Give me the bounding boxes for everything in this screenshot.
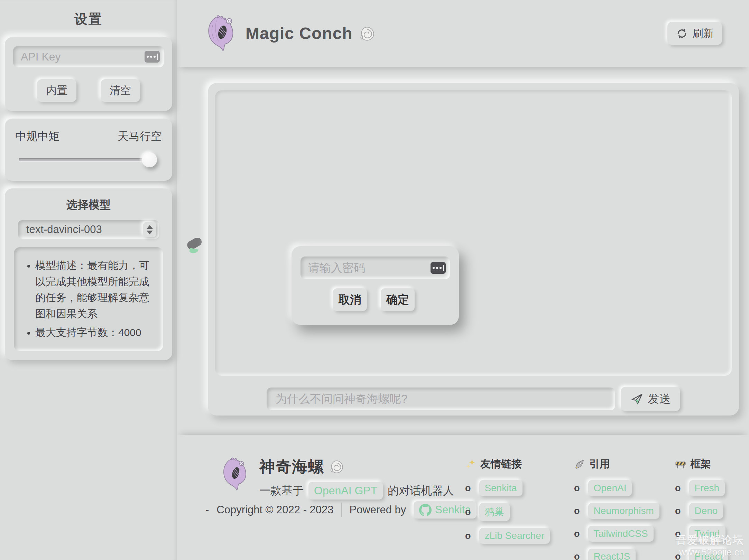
model-description-item: 最大支持字节数：4000 <box>35 325 157 341</box>
drawer-toggle-icon[interactable] <box>183 238 205 258</box>
api-key-buttons: 内置 清空 <box>13 79 164 102</box>
sidebar-title: 设置 <box>0 10 177 28</box>
footer: 神奇海螺 一款基于 OpenAI GPT 的对话机器人 <box>177 435 749 560</box>
footer-link[interactable]: Neumorphism <box>588 503 659 519</box>
bullet-marker: o <box>465 483 471 494</box>
slider-track[interactable] <box>19 158 156 161</box>
dash-marker: - <box>205 504 209 516</box>
password-modal: 取消 确定 <box>292 246 459 325</box>
footer-column-friend-links: 友情链接 o Senkita o 鸦巢 <box>465 457 550 551</box>
modal-buttons: 取消 确定 <box>300 288 450 311</box>
password-field-wrap <box>300 256 450 279</box>
construction-icon <box>675 459 686 470</box>
watermark-line2: www.52pojie.cn <box>676 547 744 558</box>
footer-link[interactable]: ReactJS <box>588 549 636 560</box>
settings-sidebar: 设置 内置 清空 中规中矩 天马行空 选择模 <box>0 0 177 560</box>
footer-link[interactable]: Senkita <box>479 480 523 496</box>
watermark: 吾爱破解论坛 www.52pojie.cn <box>676 533 744 558</box>
footer-link[interactable]: Deno <box>689 503 723 519</box>
model-description-item: 模型描述：最有能力，可以完成其他模型所能完成的任务，能够理解复杂意图和因果关系 <box>35 258 157 322</box>
footer-link[interactable]: OpenAI <box>588 480 632 496</box>
chat-input-wrap <box>267 388 615 410</box>
api-key-card: 内置 清空 <box>5 37 172 111</box>
clear-button[interactable]: 清空 <box>101 79 140 102</box>
chat-input-row: 发送 <box>215 387 732 411</box>
slider-handle[interactable] <box>142 152 157 167</box>
footer-column-references: 引用 o OpenAI o Neumorphism <box>574 457 659 560</box>
footer-subtitle-suffix: 的对话机器人 <box>388 483 454 498</box>
send-label: 发送 <box>648 391 671 407</box>
watermark-line1: 吾爱破解论坛 <box>676 533 744 547</box>
conch-logo <box>222 456 252 492</box>
confirm-button[interactable]: 确定 <box>381 288 415 311</box>
github-icon <box>419 504 432 516</box>
footer-link[interactable]: Fresh <box>689 480 725 496</box>
main-area: Magic Conch 刷新 <box>177 0 749 560</box>
footer-link-list: o OpenAI o Neumorphism o TailwindCSS <box>574 480 659 560</box>
magic-conch-app: 设置 内置 清空 中规中矩 天马行空 选择模 <box>0 0 749 560</box>
bullet-marker: o <box>675 506 681 516</box>
footer-link-list: o Senkita o 鸦巢 o zLib Searcher <box>465 480 550 544</box>
password-input[interactable] <box>300 256 450 279</box>
api-key-field-wrap <box>13 46 164 67</box>
refresh-icon <box>676 27 688 40</box>
bullet-marker: o <box>574 483 580 494</box>
slider-left-label: 中规中矩 <box>15 129 59 144</box>
bullet-marker: o <box>465 507 471 517</box>
footer-link[interactable]: TailwindCSS <box>588 526 654 542</box>
footer-link-item: o Deno <box>675 503 728 519</box>
footer-brand-title: 神奇海螺 <box>259 456 324 477</box>
sparkles-icon <box>465 459 476 470</box>
model-selected-value: text-davinci-003 <box>26 223 102 236</box>
model-select[interactable]: text-davinci-003 <box>18 220 159 239</box>
footer-link-item: o TailwindCSS <box>574 526 659 542</box>
temperature-slider[interactable] <box>19 152 156 172</box>
cancel-button[interactable]: 取消 <box>333 288 367 311</box>
footer-column-title: 友情链接 <box>480 457 522 471</box>
builtin-button[interactable]: 内置 <box>37 79 76 102</box>
openai-gpt-link[interactable]: OpenAI GPT <box>308 482 383 500</box>
shell-icon <box>329 459 344 474</box>
model-card: 选择模型 text-davinci-003 模型描述：最有能力，可以完成其他模型… <box>5 188 172 360</box>
paper-plane-icon <box>630 392 644 405</box>
select-arrows-icon <box>143 222 156 237</box>
model-description-list: 模型描述：最有能力，可以完成其他模型所能完成的任务，能够理解复杂意图和因果关系 … <box>23 258 157 341</box>
footer-link-item: o ReactJS <box>574 549 659 560</box>
shell-icon <box>359 26 375 41</box>
chat-history <box>215 90 732 376</box>
footer-brand: 神奇海螺 一款基于 OpenAI GPT 的对话机器人 <box>222 456 454 500</box>
model-description-box: 模型描述：最有能力，可以完成其他模型所能完成的任务，能够理解复杂意图和因果关系 … <box>14 247 163 351</box>
vertical-divider <box>341 503 342 517</box>
footer-subtitle-prefix: 一款基于 <box>259 483 304 498</box>
footer-link-item: o Senkita <box>465 480 550 496</box>
bullet-marker: o <box>465 531 471 541</box>
footer-link[interactable]: 鸦巢 <box>479 503 510 521</box>
slider-right-label: 天马行空 <box>118 129 162 144</box>
footer-link[interactable]: zLib Searcher <box>479 528 550 544</box>
footer-link-item: o OpenAI <box>574 480 659 496</box>
temperature-card: 中规中矩 天马行空 <box>5 119 172 181</box>
app-title: Magic Conch <box>246 24 353 43</box>
main-header: Magic Conch 刷新 <box>177 0 749 67</box>
bullet-marker: o <box>574 529 580 539</box>
copyright-row: - Copyright © 2022 - 2023 Powered by Sen… <box>205 501 488 519</box>
footer-column-title: 引用 <box>589 457 610 471</box>
password-autofill-icon[interactable] <box>145 51 160 63</box>
copyright-text: Copyright © 2022 - 2023 <box>216 504 333 516</box>
footer-link-item: o zLib Searcher <box>465 528 550 544</box>
bullet-marker: o <box>574 551 580 560</box>
model-select-title: 选择模型 <box>13 197 164 213</box>
bullet-marker: o <box>675 483 681 494</box>
password-autofill-icon[interactable] <box>431 262 446 274</box>
conch-logo <box>207 13 239 54</box>
chat-panel: 发送 <box>208 83 739 416</box>
footer-column-title: 框架 <box>690 457 711 471</box>
footer-link-item: o Fresh <box>675 480 728 496</box>
chat-input[interactable] <box>267 388 615 410</box>
rocket-icon <box>574 459 585 470</box>
powered-by-text: Powered by <box>350 504 406 516</box>
refresh-button[interactable]: 刷新 <box>667 22 722 45</box>
refresh-label: 刷新 <box>693 26 714 41</box>
api-key-input[interactable] <box>13 46 164 67</box>
send-button[interactable]: 发送 <box>621 387 680 411</box>
